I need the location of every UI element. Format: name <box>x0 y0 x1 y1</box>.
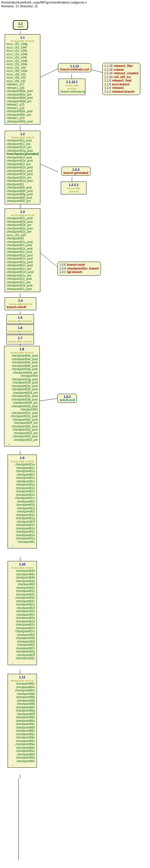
tag-label: checkpoint61c <box>10 530 35 533</box>
v1-9-title: 1.9 <box>20 456 24 460</box>
tag-label: checkpoint52j_pre <box>6 432 38 435</box>
tag-label: checkpoint51f_post <box>7 156 38 159</box>
tag-label: checkpoint51n_post <box>7 264 38 267</box>
tag-label: checkpoint62f <box>10 653 35 657</box>
tag-label: checkpoint61 <box>10 540 35 544</box>
branch-entry: 1.1.10c24_e25_ice <box>104 75 138 79</box>
tag-label: checkpoint62e <box>10 657 35 660</box>
tag-label: checkpoint65x <box>10 739 35 743</box>
tag-label: checkpoint62v <box>10 600 35 603</box>
tag-label: checkpoint51p_post <box>7 260 38 264</box>
ellipsis-1-8: ... <box>6 441 38 445</box>
tag-label: checkpoint62u <box>10 603 35 606</box>
tag-label: checkpoint65w <box>10 743 35 746</box>
tag-label: checkpoint65y <box>10 736 35 739</box>
tag-label: checkpoint61q <box>10 483 35 487</box>
exfmods-ver: 1.1.12 <box>70 64 79 68</box>
tag-label: ecco_c51_e34g <box>7 42 38 46</box>
tag-label: checkpoint53c_post <box>6 394 38 398</box>
v1-8-date: 04-Dec-2003 19:10:42 <box>10 351 34 354</box>
tag-label: release1_p15 <box>7 103 38 106</box>
tag-label: checkpoint61u <box>10 469 35 473</box>
branch-version: 1.1.6 <box>104 83 111 86</box>
ellipsis-1-10: ... <box>10 660 35 664</box>
v1-10-date: 15-Oct-2009 17:52:02 <box>11 566 34 569</box>
genmake2-rev-date: 02-Oct-2003 20:56:49 <box>67 187 80 193</box>
main-node: 1.1 MAIN <box>13 20 28 30</box>
tag-label: checkpoint66i <box>10 702 35 706</box>
node-1-1: 1.1 03-Aug-2001 20:24:54 ecco_c51_e34gec… <box>5 34 40 125</box>
tag-label: checkpoint51l_pre <box>7 281 38 284</box>
v1-2-date: 29-May-2003 12:06:47 <box>11 136 34 139</box>
branch-name: release1-branch <box>112 90 134 93</box>
tag-label: checkpoint53b_pre <box>6 401 38 405</box>
tag-label: checkpoint62g <box>10 650 35 653</box>
v1-3-date: 09-Oct-2003 04:19:20 <box>11 214 34 217</box>
branch-entry: 1.1.4release1 <box>104 86 138 90</box>
v1-5-date: 03-Dec-2003 16:44:46 <box>8 320 32 322</box>
tag-label: checkpoint54b_post <box>6 364 38 368</box>
tag-label: checkpoint50i_post <box>7 186 38 189</box>
tag-label: checkpoint52b_pre <box>7 223 38 227</box>
tag-label: checkpoint66c <box>10 722 35 726</box>
tag-label: checkpoint63d <box>10 569 35 573</box>
branch-entry: 1.1.8release1_final <box>104 79 138 83</box>
tag-label: ecco_c51_e34f <box>7 46 38 50</box>
tag-label: checkpoint66a <box>10 729 35 733</box>
tag-label: checkpoint52a_pre <box>7 230 38 234</box>
tag-label: checkpoint61g <box>10 517 35 520</box>
tag-label: checkpoint52i_pre <box>6 438 38 442</box>
node-1-10: 1.10 15-Oct-2009 17:52:02 checkpoint63dc… <box>8 561 37 665</box>
tag-label: checkpoint51f_pre <box>7 162 38 166</box>
ellipsis-1-9: ... <box>10 544 35 547</box>
v1-2-title: 1.2 <box>20 132 25 136</box>
tag-label: checkpoint51d_post <box>7 166 38 169</box>
tag-label: checkpoint63 <box>10 583 35 586</box>
tag-label: checkpoint66f <box>10 712 35 716</box>
tag-label: checkpoint52m_post <box>6 414 38 418</box>
tag-label: checkpoint51c_post <box>7 169 38 173</box>
genmake2-rev-ver: 1.2.2.1 <box>69 183 79 187</box>
tag-label: checkpoint53b_post <box>6 398 38 401</box>
tag-label: checkpoint66j <box>10 699 35 703</box>
tag-label: checkpoint61i <box>10 510 35 514</box>
branch-version: 1.1.4 <box>104 86 111 89</box>
v1-7-date: 04-Dec-2003 19:24:01 <box>8 340 32 343</box>
branch-name: release1_coupled <box>114 72 138 75</box>
tag-label: release1_p14 <box>7 106 38 110</box>
v1-11-title: 1.11 <box>19 675 25 679</box>
graph-canvas: 1.1 MAIN 1.1 03-Aug-2001 20:24:54 ecco_c… <box>0 10 150 863</box>
tag-label: checkpoint54e_post <box>6 354 38 358</box>
node-1-4: 1.4 26-Nov-2003 15:11:56 branch-netcdf <box>5 297 36 310</box>
release-branches: 1.1.18release1_50yr1.1.16icebear1.1.14re… <box>102 63 140 95</box>
tag-label: checkpoint52a_post <box>7 227 38 230</box>
tag-label: checkpoint61b <box>10 533 35 537</box>
tag-label: checkpoint65s <box>10 756 35 760</box>
v1-9-date: 01-Dec-2008 17:36:56 <box>10 460 34 463</box>
node-exfmods-tag: 1.1.12.1 27-Dec-2002 15:19:31 branch-exf… <box>58 79 85 95</box>
tag-label: checkpoint66m <box>10 689 35 692</box>
tag-label: checkpoint52n_post <box>6 411 38 415</box>
tag-label: checkpoint52i_post <box>6 435 38 438</box>
v1-3-side-branches: 1.3.6branch-nonh1.3.4checkpoint51n_branc… <box>57 262 101 276</box>
tag-label: checkpoint52j_post <box>6 428 38 432</box>
v1-5-title: 1.5 <box>18 316 22 319</box>
branch-netcdf-sm0: 1.8.2 netcdf-sm0 <box>57 394 77 403</box>
tag-label: ecco_c50_e33 <box>7 73 38 76</box>
tag-label: checkpoint62h <box>10 647 35 650</box>
tag-label: checkpoint52k_post <box>6 425 38 428</box>
branch-name: release1 <box>112 86 124 89</box>
tag-label: checkpoint54 <box>6 374 38 378</box>
v1-6-date: 04-Dec-2003 16:36:18 <box>8 330 32 333</box>
branch-version: 1.3.6 <box>59 263 66 266</box>
tag-label: checkpoint51l_post <box>7 277 38 281</box>
branch-version: 1.1.18 <box>104 64 113 67</box>
tag-label: checkpoint51o_post <box>7 257 38 260</box>
tag-label: checkpoint52l_post <box>6 418 38 422</box>
tag-label: checkpoint61a <box>10 537 35 540</box>
tag-label: checkpoint62m <box>10 630 35 633</box>
branch-version: 1.3.4 <box>59 267 66 270</box>
tag-label: checkpoint61j <box>10 507 35 510</box>
tag-label: checkpoint53f_post <box>6 381 38 384</box>
tag-label: checkpoint51 <box>7 183 38 186</box>
